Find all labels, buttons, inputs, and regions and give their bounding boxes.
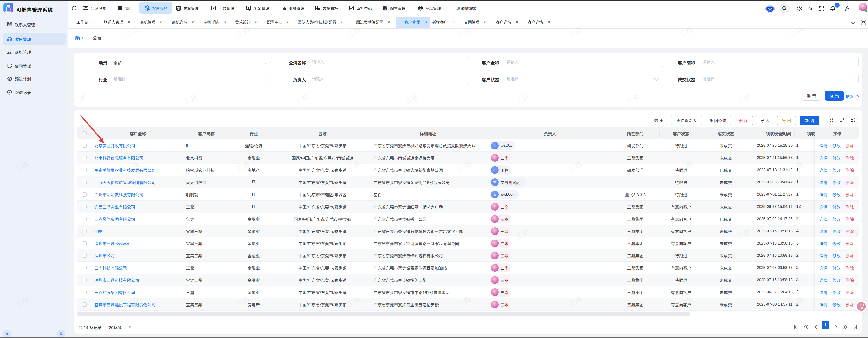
svg-text:AI企业智能: AI企业智能 (6, 11, 11, 12)
svg-text:A: A (861, 306, 863, 310)
